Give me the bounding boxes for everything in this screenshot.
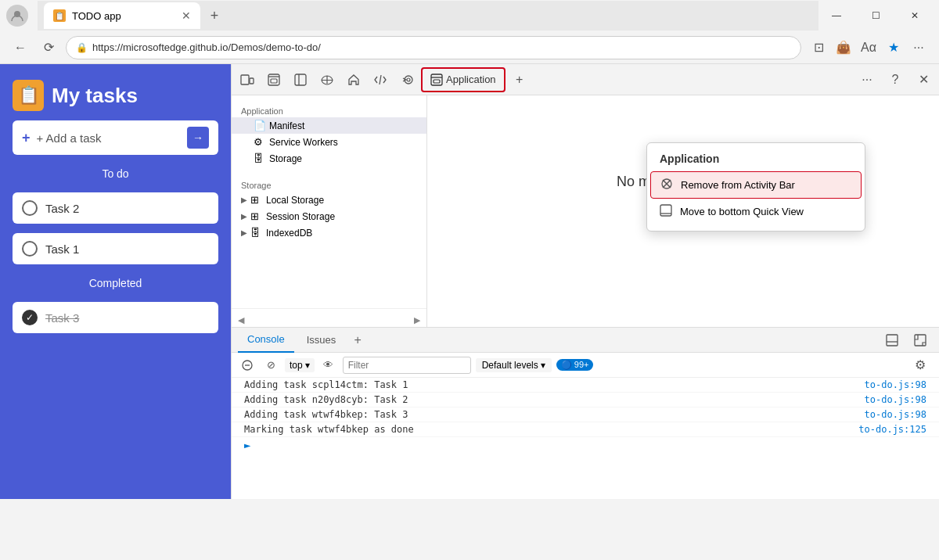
devtools-more-button[interactable]: ··· <box>854 67 880 92</box>
todo-title: My tasks <box>52 84 138 108</box>
main-area: 📋 My tasks + + Add a task → To do Task 2… <box>0 64 939 499</box>
bottom-tabs: Console Issues + <box>232 328 939 353</box>
completed-section-label: Completed <box>13 277 218 289</box>
tab-close-button[interactable]: ✕ <box>182 9 191 22</box>
sources-icon[interactable] <box>368 67 393 92</box>
todo-app-panel: 📋 My tasks + + Add a task → To do Task 2… <box>0 64 231 499</box>
device-emulation-icon[interactable] <box>235 67 260 92</box>
close-button[interactable]: ✕ <box>897 4 933 27</box>
log-link[interactable]: to-do.js:98 <box>865 409 926 420</box>
tree-scroll-right[interactable]: ▶ <box>414 315 420 325</box>
badge-count: 99+ <box>574 360 589 369</box>
svg-rect-1 <box>241 75 249 84</box>
minimize-button[interactable]: — <box>818 4 854 27</box>
console-tab[interactable]: Console <box>238 328 294 353</box>
log-link[interactable]: to-do.js:125 <box>858 424 926 435</box>
error-count-badge[interactable]: 🔵 99+ <box>556 359 594 371</box>
tree-session-storage-item[interactable]: ▶ ⊞ Session Storage <box>232 208 426 224</box>
new-tab-button[interactable]: + <box>203 5 225 27</box>
clear-console-button[interactable] <box>238 356 257 375</box>
network-icon[interactable] <box>315 67 340 92</box>
add-task-button[interactable]: → <box>187 127 209 149</box>
add-task-bar[interactable]: + + Add a task → <box>13 120 218 155</box>
task-checkbox[interactable] <box>22 241 38 257</box>
browser-tab[interactable]: 📋 TODO app ✕ <box>44 2 200 29</box>
context-menu-move-item[interactable]: Move to bottom Quick View <box>647 199 865 224</box>
screenshot-icon[interactable] <box>261 67 286 92</box>
devtools-close-button[interactable]: ✕ <box>911 67 936 92</box>
console-toolbar: ⊘ top ▾ 👁 Default levels ▾ 🔵 99+ ⚙ <box>232 353 939 378</box>
log-levels-selector[interactable]: Default levels ▾ <box>476 358 552 372</box>
svg-rect-3 <box>268 74 279 85</box>
session-storage-icon: ⊞ <box>250 210 263 222</box>
context-menu-remove-item[interactable]: Remove from Activity Bar <box>650 171 862 199</box>
levels-label: Default levels <box>482 360 538 371</box>
home-icon[interactable] <box>341 67 366 92</box>
add-panel-button[interactable]: + <box>507 67 532 92</box>
issues-tab[interactable]: Issues <box>297 328 346 353</box>
toggle-sidebar-icon[interactable] <box>288 67 313 92</box>
maximize-console-button[interactable] <box>908 328 933 353</box>
read-aloud-button[interactable]: Aα <box>858 37 880 59</box>
console-settings-button[interactable]: ⚙ <box>908 353 933 378</box>
local-storage-icon: ⊞ <box>250 194 263 206</box>
dock-button[interactable] <box>880 328 905 353</box>
svg-rect-14 <box>887 335 898 346</box>
application-tab-button[interactable]: Application <box>421 67 505 92</box>
task-checkbox[interactable] <box>22 200 38 216</box>
url-bar[interactable]: 🔒 https://microsoftedge.github.io/Demos/… <box>66 36 801 59</box>
filter-input[interactable] <box>343 357 471 374</box>
tree-service-workers-item[interactable]: ⚙ Service Workers <box>232 134 426 150</box>
tree-scroll-controls: ◀ ▶ <box>232 308 426 327</box>
add-task-label: + Add a task <box>37 131 181 145</box>
title-bar: 📋 TODO app ✕ + — ☐ ✕ <box>0 0 939 31</box>
tree-scroll-left[interactable]: ◀ <box>238 315 244 325</box>
back-button[interactable]: ← <box>9 37 31 59</box>
collections-button[interactable]: 👜 <box>833 37 854 59</box>
svg-rect-4 <box>271 79 277 83</box>
layers-icon[interactable] <box>394 67 419 92</box>
tree-manifest-item[interactable]: 📄 Manifest <box>232 117 426 134</box>
tree-local-storage-item[interactable]: ▶ ⊞ Local Storage <box>232 192 426 208</box>
context-dropdown-icon: ▾ <box>305 360 310 371</box>
tree-storage-item[interactable]: 🗄 Storage <box>232 150 426 167</box>
maximize-button[interactable]: ☐ <box>858 4 894 27</box>
log-text: Marking task wtwf4bkep as done <box>244 424 414 435</box>
url-text: https://microsoftedge.github.io/Demos/de… <box>92 41 321 53</box>
eye-icon[interactable]: 👁 <box>319 356 338 375</box>
log-line: Marking task wtwf4bkep as done to-do.js:… <box>232 422 939 437</box>
context-menu: Application Remove from Activity Bar Mov… <box>646 142 865 232</box>
tree-local-storage-label: Local Storage <box>266 195 324 206</box>
svg-rect-15 <box>915 335 926 346</box>
task-label: Task 2 <box>45 202 79 215</box>
devtools-help-button[interactable]: ? <box>883 67 908 92</box>
tree-indexeddb-item[interactable]: ▶ 🗄 IndexedDB <box>232 224 426 241</box>
application-tab-label: Application <box>446 74 496 85</box>
log-caret: ► <box>232 437 939 453</box>
log-text: Adding task scpl14ctm: Task 1 <box>244 379 408 390</box>
profile-avatar[interactable] <box>6 5 28 27</box>
bottom-tab-right-actions <box>880 328 933 353</box>
task-done-item: ✓ Task 3 <box>13 302 218 333</box>
svg-rect-9 <box>434 80 440 83</box>
badge-icon: 🔵 <box>561 360 572 369</box>
devtools-main: Application 📄 Manifest ⚙ Service Workers… <box>232 95 939 327</box>
reload-button[interactable]: ⟳ <box>38 37 59 59</box>
task-label: Task 1 <box>45 242 79 256</box>
levels-dropdown-icon: ▾ <box>541 360 545 371</box>
svg-rect-13 <box>660 205 671 216</box>
log-text: Adding task n20yd8cyb: Task 2 <box>244 394 408 405</box>
context-menu-title: Application <box>647 149 865 171</box>
filter-console-button[interactable]: ⊘ <box>261 356 280 375</box>
log-link[interactable]: to-do.js:98 <box>865 394 926 405</box>
add-tab-button[interactable]: + <box>348 331 367 350</box>
todo-app-icon: 📋 <box>13 80 44 111</box>
context-selector[interactable]: top ▾ <box>285 358 315 372</box>
task-done-checkbox[interactable]: ✓ <box>22 310 38 325</box>
more-tools-button[interactable]: ··· <box>908 37 930 59</box>
log-link[interactable]: to-do.js:98 <box>865 379 926 390</box>
favorites-button[interactable]: ★ <box>883 37 905 59</box>
manifest-icon: 📄 <box>254 120 266 131</box>
sidebar-action-button[interactable]: ⊡ <box>808 37 829 59</box>
tree-manifest-label: Manifest <box>269 120 304 131</box>
